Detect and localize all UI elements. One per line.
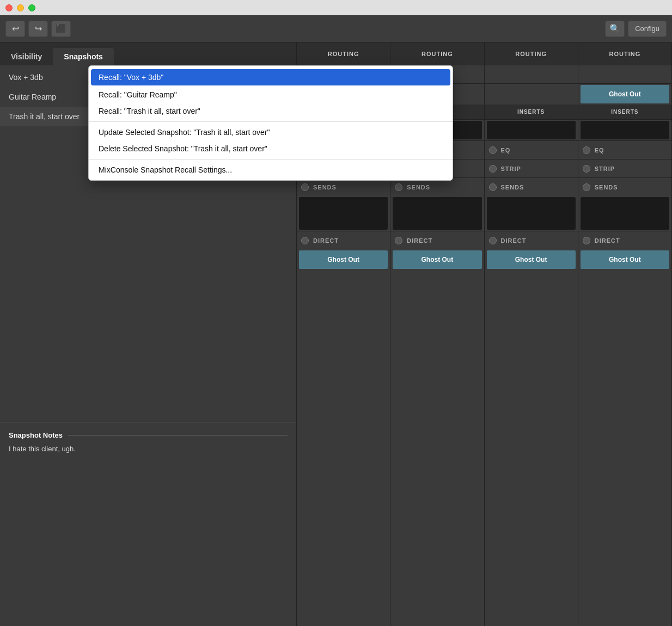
strip-row-3: STRIP xyxy=(485,159,578,177)
snapshot-notes-section: Snapshot Notes I hate this client, ugh. xyxy=(0,422,296,463)
col-header-1: ROUTING xyxy=(297,42,390,65)
tabs-row: Visibility Snapshots xyxy=(0,42,296,65)
direct-row-3: DIRECT xyxy=(485,231,578,249)
inserts-header-3: INSERTS xyxy=(485,105,578,120)
direct-label-2: DIRECT xyxy=(407,237,432,244)
direct-toggle-2[interactable] xyxy=(395,237,402,244)
inserts-box-4 xyxy=(581,121,669,139)
menu-item-recall-vox[interactable]: Recall: "Vox + 3db" xyxy=(91,69,450,85)
strip-row-4: STRIP xyxy=(578,159,671,177)
tab-snapshots[interactable]: Snapshots xyxy=(53,48,114,65)
direct-row-4: DIRECT xyxy=(578,231,671,249)
eq-row-3: EQ xyxy=(485,140,578,159)
direct-label-4: DIRECT xyxy=(595,237,620,244)
eq-label-4: EQ xyxy=(595,147,604,154)
tab-visibility[interactable]: Visibility xyxy=(0,48,53,65)
camera-icon: ⬛ xyxy=(56,23,66,34)
sends-toggle-2[interactable] xyxy=(395,183,402,191)
config-button[interactable]: Configu xyxy=(628,21,667,37)
eq-row-4: EQ xyxy=(578,140,671,159)
search-icon: 🔍 xyxy=(609,23,620,34)
eq-toggle-4[interactable] xyxy=(583,146,590,154)
left-panel: Visibility Snapshots Vox + 3db Guitar Re… xyxy=(0,42,297,626)
snapshot-name: Vox + 3db xyxy=(9,73,43,82)
config-label: Configu xyxy=(635,24,659,33)
sends-box-1 xyxy=(299,197,388,230)
titlebar xyxy=(0,0,672,15)
direct-label-1: DIRECT xyxy=(313,237,339,244)
direct-toggle-4[interactable] xyxy=(583,237,590,244)
sends-toggle-1[interactable] xyxy=(301,183,309,191)
menu-item-update-snapshot[interactable]: Update Selected Snapshot: "Trash it all,… xyxy=(89,124,453,140)
menu-item-recall-trash[interactable]: Recall: "Trash it all, start over" xyxy=(89,103,453,119)
sends-label-4: SENDS xyxy=(595,184,618,191)
col-header-3: ROUTING xyxy=(485,42,578,65)
menu-item-settings[interactable]: MixConsole Snapshot Recall Settings... xyxy=(89,162,453,178)
col-header-4: ROUTING xyxy=(578,42,671,65)
eq-toggle-3[interactable] xyxy=(489,146,497,154)
menu-divider-1 xyxy=(89,121,453,122)
snapshot-notes-text: I hate this client, ugh. xyxy=(9,444,288,455)
left-bottom-empty xyxy=(0,463,296,626)
direct-ghost-out-4[interactable]: Ghost Out xyxy=(581,250,669,269)
direct-label-3: DIRECT xyxy=(501,237,527,244)
main-layout: Visibility Snapshots Vox + 3db Guitar Re… xyxy=(0,42,672,626)
context-menu: Recall: "Vox + 3db" Recall: "Guitar Ream… xyxy=(88,65,453,181)
ghost-out-btn-4[interactable]: Ghost Out xyxy=(581,85,669,103)
snapshot-name: Guitar Reamp xyxy=(9,93,56,101)
undo-button[interactable]: ↩ xyxy=(5,21,25,37)
eq-label-3: EQ xyxy=(501,147,511,154)
undo-icon: ↩ xyxy=(12,23,19,34)
sends-label-2: SENDS xyxy=(407,184,430,191)
toolbar: ↩ ↪ ⬛ 🔍 Configu xyxy=(0,15,672,42)
routing-row-4 xyxy=(578,65,671,84)
redo-button[interactable]: ↪ xyxy=(28,21,48,37)
direct-ghost-out-1[interactable]: Ghost Out xyxy=(299,250,388,269)
camera-button[interactable]: ⬛ xyxy=(51,21,71,37)
minimize-button[interactable] xyxy=(17,4,24,11)
sends-box-2 xyxy=(393,197,481,230)
strip-label-4: STRIP xyxy=(595,165,615,172)
sends-label-1: SENDS xyxy=(313,184,337,191)
strip-toggle-4[interactable] xyxy=(583,165,590,173)
sends-toggle-3[interactable] xyxy=(489,183,497,191)
channel-col-3: ROUTING INSERTS EQ STRIP SENDS xyxy=(485,42,578,626)
direct-toggle-1[interactable] xyxy=(301,237,309,244)
menu-item-recall-guitar[interactable]: Recall: "Guitar Reamp" xyxy=(89,87,453,103)
search-button[interactable]: 🔍 xyxy=(605,21,625,37)
redo-icon: ↪ xyxy=(35,23,42,34)
snapshot-notes-label: Snapshot Notes xyxy=(9,431,288,439)
sends-box-4 xyxy=(581,197,669,230)
sends-toggle-4[interactable] xyxy=(583,183,590,191)
sends-box-3 xyxy=(487,197,576,230)
menu-divider-2 xyxy=(89,159,453,159)
menu-item-delete-snapshot[interactable]: Delete Selected Snapshot: "Trash it all,… xyxy=(89,140,453,157)
direct-toggle-3[interactable] xyxy=(489,237,497,244)
col-header-2: ROUTING xyxy=(390,42,484,65)
sends-row-3: SENDS xyxy=(485,177,578,196)
inserts-box-3 xyxy=(487,121,576,139)
strip-toggle-3[interactable] xyxy=(489,165,497,173)
strip-label-3: STRIP xyxy=(501,165,521,172)
channel-col-4: ROUTING Ghost Out INSERTS EQ STRIP xyxy=(578,42,672,626)
sends-row-4: SENDS xyxy=(578,177,671,196)
direct-row-2: DIRECT xyxy=(390,231,484,249)
direct-ghost-out-3[interactable]: Ghost Out xyxy=(487,250,576,269)
snapshot-name: Trash it all, start over xyxy=(9,112,80,121)
close-button[interactable] xyxy=(5,4,13,11)
maximize-button[interactable] xyxy=(28,4,35,11)
ghost-spacer-3 xyxy=(485,84,578,105)
routing-row-3 xyxy=(485,65,578,84)
inserts-header-4: INSERTS xyxy=(578,105,671,120)
direct-row-1: DIRECT xyxy=(297,231,390,249)
direct-ghost-out-2[interactable]: Ghost Out xyxy=(393,250,481,269)
sends-label-3: SENDS xyxy=(501,184,524,191)
